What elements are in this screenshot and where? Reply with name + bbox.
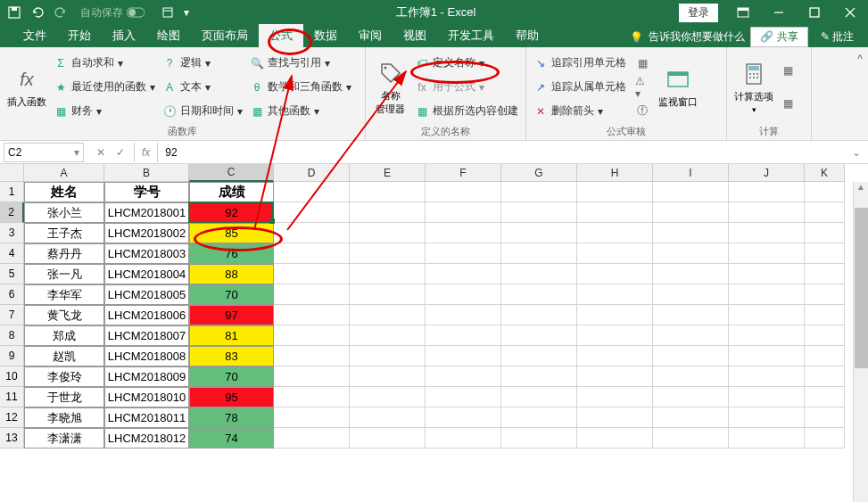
row-header-11[interactable]: 11 [0,387,24,407]
cell-H13[interactable] [577,428,653,449]
cell-F3[interactable] [426,223,501,243]
row-header-4[interactable]: 4 [0,243,24,264]
cell-B3[interactable]: LHCM2018002 [104,223,189,243]
name-box[interactable]: C2▾ [4,143,84,162]
cell-C2[interactable]: 92 [189,202,274,223]
cell-D1[interactable] [274,182,350,202]
datetime-button[interactable]: 🕐日期和时间 ▾ [161,102,244,121]
math-button[interactable]: θ数学和三角函数 ▾ [248,78,353,97]
cell-F12[interactable] [426,407,501,428]
cell-E8[interactable] [350,325,426,346]
cell-A2[interactable]: 张小兰 [24,202,104,223]
cell-E9[interactable] [350,346,426,366]
cell-B7[interactable]: LHCM2018006 [104,305,189,325]
tab-数据[interactable]: 数据 [303,24,348,47]
cell-D9[interactable] [274,346,350,366]
cell-C12[interactable]: 78 [189,407,274,428]
cell-K1[interactable] [805,182,845,202]
cell-G2[interactable] [501,202,577,223]
cell-H5[interactable] [577,264,653,284]
col-header-H[interactable]: H [577,164,653,182]
cell-A11[interactable]: 于世龙 [24,387,104,407]
col-header-G[interactable]: G [501,164,577,182]
cell-F1[interactable] [426,182,501,202]
cell-I3[interactable] [653,223,729,243]
cell-E5[interactable] [350,264,426,284]
financial-button[interactable]: ▦财务 ▾ [52,102,157,121]
cell-K8[interactable] [805,325,845,346]
cell-J2[interactable] [729,202,805,223]
cell-G12[interactable] [501,407,577,428]
col-header-I[interactable]: I [653,164,729,182]
col-header-J[interactable]: J [729,164,805,182]
qat-dropdown-icon[interactable]: ▾ [180,2,193,23]
cell-B13[interactable]: LHCM2018012 [104,428,189,449]
other-functions-button[interactable]: ▦其他函数 ▾ [248,102,353,121]
cell-D10[interactable] [274,366,350,387]
cell-J6[interactable] [729,284,805,305]
maximize-icon[interactable] [797,0,832,25]
tab-开发工具[interactable]: 开发工具 [437,24,505,47]
cell-A4[interactable]: 蔡丹丹 [24,243,104,264]
cell-J3[interactable] [729,223,805,243]
text-button[interactable]: A文本 ▾ [161,78,244,97]
cell-A5[interactable]: 张一凡 [24,264,104,284]
cell-B9[interactable]: LHCM2018008 [104,346,189,366]
create-from-selection-button[interactable]: ▦根据所选内容创建 [413,102,520,121]
cell-A8[interactable]: 郑成 [24,325,104,346]
row-header-5[interactable]: 5 [0,264,24,284]
cell-F4[interactable] [426,243,501,264]
logical-button[interactable]: ?逻辑 ▾ [161,53,244,73]
cell-C7[interactable]: 97 [189,305,274,325]
cell-G9[interactable] [501,346,577,366]
cell-D2[interactable] [274,202,350,223]
cell-F7[interactable] [426,305,501,325]
redo-icon[interactable] [50,2,71,23]
cell-B6[interactable]: LHCM2018005 [104,284,189,305]
cell-E10[interactable] [350,366,426,387]
confirm-formula-icon[interactable]: ✓ [116,146,125,159]
cell-I2[interactable] [653,202,729,223]
trace-precedents-button[interactable]: ↘追踪引用单元格 [532,53,628,73]
tab-文件[interactable]: 文件 [12,24,57,47]
trace-dependents-button[interactable]: ↗追踪从属单元格 [532,78,628,97]
cell-G8[interactable] [501,325,577,346]
show-formulas-icon[interactable]: ▦ [635,56,649,70]
col-header-E[interactable]: E [350,164,426,182]
cell-H2[interactable] [577,202,653,223]
cell-I7[interactable] [653,305,729,325]
cell-E3[interactable] [350,223,426,243]
cell-E11[interactable] [350,387,426,407]
cell-H3[interactable] [577,223,653,243]
cell-B11[interactable]: LHCM2018010 [104,387,189,407]
cell-C10[interactable]: 70 [189,366,274,387]
recent-functions-button[interactable]: ★最近使用的函数 ▾ [52,78,157,97]
calc-now-icon[interactable]: ▦ [781,63,795,78]
cell-C6[interactable]: 70 [189,284,274,305]
cell-K5[interactable] [805,264,845,284]
autosave-toggle-icon[interactable] [125,2,146,23]
cell-K13[interactable] [805,428,845,449]
save-icon[interactable] [4,2,25,23]
cell-D5[interactable] [274,264,350,284]
evaluate-icon[interactable]: ⓕ [635,104,649,119]
tab-审阅[interactable]: 审阅 [348,24,393,47]
row-header-7[interactable]: 7 [0,305,24,325]
cell-H12[interactable] [577,407,653,428]
cell-A1[interactable]: 姓名 [24,182,104,202]
cell-K3[interactable] [805,223,845,243]
cell-E1[interactable] [350,182,426,202]
cell-J13[interactable] [729,428,805,449]
cell-K9[interactable] [805,346,845,366]
row-header-6[interactable]: 6 [0,284,24,305]
cell-F11[interactable] [426,387,501,407]
cell-J5[interactable] [729,264,805,284]
expand-formula-icon[interactable]: ⌄ [845,146,868,159]
cell-D12[interactable] [274,407,350,428]
cell-C5[interactable]: 88 [189,264,274,284]
cell-J8[interactable] [729,325,805,346]
cell-G5[interactable] [501,264,577,284]
cell-B4[interactable]: LHCM2018003 [104,243,189,264]
cell-J9[interactable] [729,346,805,366]
autosum-button[interactable]: Σ自动求和 ▾ [52,53,157,73]
